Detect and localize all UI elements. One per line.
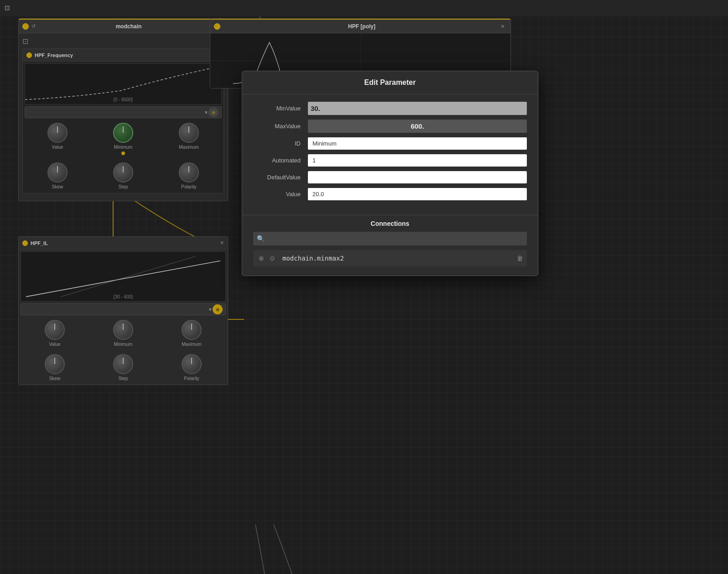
hpf-il-polarity-label: Polarity: [184, 376, 199, 381]
hpf-frequency-header: HPF_Frequency ✕: [23, 49, 224, 62]
hpf-poly-power[interactable]: [214, 23, 220, 30]
minimum-indicator: [121, 151, 125, 155]
hpf-frequency-curve: [0 - 8000]: [25, 63, 222, 104]
defaultvalue-row: DefaultValue: [253, 171, 527, 183]
hpf-freq-polarity-label: Polarity: [181, 184, 196, 189]
hpf-poly-header: HPF [poly] ✕: [210, 19, 510, 33]
hpf-freq-maximum-knob-container: Maximum: [179, 123, 199, 150]
hpf-frequency-power[interactable]: [26, 52, 32, 58]
hpf-frequency-dropdown[interactable]: ▼ ⊛: [25, 106, 222, 118]
dropdown-arrow-icon: ▼: [204, 110, 208, 115]
hpf-il-panel: HPF_IL ✕ [30 - 600] ▼ ⊛ Value Minimum Ma…: [18, 236, 228, 385]
hpf-il-step-knob[interactable]: [113, 354, 133, 374]
top-toolbar: ⊡: [0, 0, 728, 16]
value-row: Value: [253, 188, 527, 200]
hpf-il-knobs-top: Value Minimum Maximum: [19, 316, 228, 350]
hpf-freq-step-label: Step: [119, 184, 128, 189]
hpf-freq-value-knob[interactable]: [47, 123, 68, 143]
hpf-il-step-knob-container: Step: [113, 354, 133, 381]
hpf-il-minimum-knob-container: Minimum: [113, 320, 133, 347]
hpf-il-maximum-knob[interactable]: [182, 320, 202, 340]
popout-toolbar-icon[interactable]: ⊡: [5, 4, 13, 12]
hpf-il-range: [30 - 600]: [114, 294, 133, 299]
connection-name: modchain.minmax2: [282, 255, 517, 262]
hpf-il-minimum-knob[interactable]: [113, 320, 133, 340]
id-row: ID: [253, 137, 527, 150]
modchain-body: ⊡ HPF_Frequency ✕ [0 - 8000] ▼ ⊛: [19, 33, 228, 201]
hpf-il-skew-label: Skew: [49, 376, 60, 381]
hpf-il-minimum-label: Minimum: [114, 342, 133, 347]
modchain-panel: ↺ modchain ✕ ⊡ HPF_Frequency ✕ [0 - 8000…: [18, 18, 228, 201]
hpf-poly-title: HPF [poly]: [223, 23, 500, 30]
id-input[interactable]: [308, 137, 527, 150]
hpf-il-value-label: Value: [49, 342, 61, 347]
modchain-power-button[interactable]: [22, 23, 29, 30]
hpf-freq-minimum-knob-container: Minimum: [113, 123, 133, 155]
maxvalue-row: MaxValue: [253, 120, 527, 133]
hpf-freq-maximum-label: Maximum: [179, 145, 198, 150]
hpf-freq-value-knob-container: Value: [47, 123, 68, 150]
hpf-il-value-knob[interactable]: [45, 320, 65, 340]
automated-input[interactable]: [308, 154, 527, 167]
connection-row: ⊕ ⊙ modchain.minmax2 🗑: [253, 250, 527, 266]
modal-body: MinValue MaxValue ID Automated DefaultVa…: [242, 94, 538, 212]
minvalue-row: MinValue: [253, 102, 527, 115]
modal-title: Edit Parameter: [242, 71, 538, 94]
hpf-il-dropdown-arrow: ▼: [208, 307, 213, 312]
hpf-freq-value-label: Value: [52, 145, 63, 150]
hpf-il-skew-knob-container: Skew: [45, 354, 65, 381]
hpf-il-close[interactable]: ✕: [220, 240, 224, 246]
connection-icons: ⊕ ⊙: [257, 254, 277, 263]
hpf-frequency-range: [0 - 8000]: [114, 97, 133, 102]
hpf-frequency-panel: HPF_Frequency ✕ [0 - 8000] ▼ ⊛ Value: [22, 48, 224, 193]
hpf-il-header: HPF_IL ✕: [19, 237, 228, 250]
hpf-frequency-link-icon[interactable]: ⊛: [208, 107, 218, 117]
hpf-il-dropdown[interactable]: ▼ ⊛: [21, 303, 226, 315]
modchain-title: modchain: [40, 23, 218, 30]
popout-icon[interactable]: ⊡: [22, 37, 28, 46]
minvalue-input[interactable]: [308, 102, 527, 115]
hpf-freq-step-knob[interactable]: [113, 162, 133, 183]
hpf-freq-skew-knob[interactable]: [47, 162, 68, 183]
delete-connection-button[interactable]: 🗑: [517, 255, 523, 262]
hpf-il-link-icon[interactable]: ⊛: [213, 304, 223, 314]
modchain-panel-header: ↺ modchain ✕: [19, 19, 228, 33]
search-icon: 🔍: [257, 235, 265, 242]
hpf-il-knobs-bottom: Skew Step Polarity: [19, 350, 228, 385]
automated-label: Automated: [253, 157, 308, 164]
hpf-freq-skew-knob-container: Skew: [47, 162, 68, 189]
hpf-freq-skew-label: Skew: [52, 184, 63, 189]
hpf-il-title: HPF_IL: [31, 240, 220, 246]
camera-icon[interactable]: ⊙: [268, 254, 277, 263]
hpf-frequency-knobs-top: Value Minimum Maximum: [23, 119, 224, 159]
modchain-refresh-icon[interactable]: ↺: [31, 23, 38, 30]
value-label: Value: [253, 191, 308, 198]
maxvalue-label: MaxValue: [253, 123, 308, 130]
hpf-il-power[interactable]: [22, 240, 28, 246]
hpf-il-polarity-knob[interactable]: [182, 354, 202, 374]
hpf-poly-close[interactable]: ✕: [500, 23, 507, 30]
automated-row: Automated: [253, 154, 527, 167]
maxvalue-input[interactable]: [308, 120, 527, 133]
crosshair-icon[interactable]: ⊕: [257, 254, 266, 263]
connections-search-input[interactable]: [267, 234, 523, 244]
hpf-il-step-label: Step: [119, 376, 128, 381]
hpf-freq-minimum-knob[interactable]: [113, 123, 133, 143]
defaultvalue-input[interactable]: [308, 171, 527, 183]
hpf-freq-step-knob-container: Step: [113, 162, 133, 189]
hpf-freq-polarity-knob-container: Polarity: [179, 162, 199, 189]
value-input[interactable]: [308, 188, 527, 200]
hpf-freq-polarity-knob[interactable]: [179, 162, 199, 183]
connections-title: Connections: [242, 215, 538, 232]
defaultvalue-label: DefaultValue: [253, 174, 308, 181]
hpf-il-value-knob-container: Value: [45, 320, 65, 347]
modchain-top-icons: ⊡: [22, 37, 224, 46]
minvalue-label: MinValue: [253, 105, 308, 112]
hpf-frequency-title: HPF_Frequency: [35, 52, 216, 58]
edit-parameter-modal: Edit Parameter MinValue MaxValue ID Auto…: [242, 71, 538, 276]
hpf-il-curve: [30 - 600]: [21, 251, 226, 302]
hpf-il-maximum-knob-container: Maximum: [182, 320, 202, 347]
hpf-il-maximum-label: Maximum: [182, 342, 201, 347]
hpf-il-skew-knob[interactable]: [45, 354, 65, 374]
hpf-freq-maximum-knob[interactable]: [179, 123, 199, 143]
